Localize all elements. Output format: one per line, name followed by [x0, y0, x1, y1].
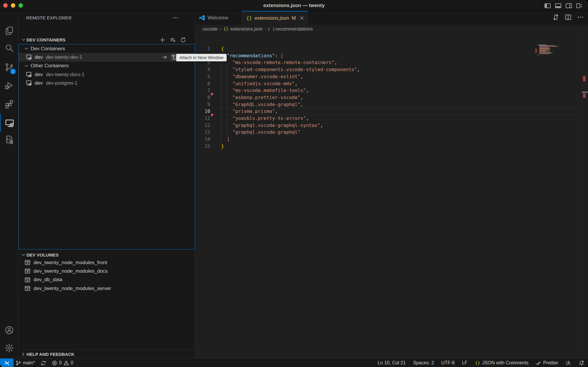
- code-line-12[interactable]: "graphql.vscode-graphql-syntax",: [221, 122, 323, 129]
- code-line-6[interactable]: "unifiedjs.vscode-mdx",: [221, 80, 298, 87]
- bell-icon: [579, 360, 584, 366]
- code-line-15[interactable]: }: [221, 143, 224, 150]
- volume-label: dev_db_data: [34, 277, 62, 283]
- tab-extensions-json[interactable]: {} extensions.json M: [242, 11, 308, 25]
- line-number[interactable]: 10: [195, 108, 210, 115]
- status-item-notifications[interactable]: [579, 360, 584, 366]
- code-line-14[interactable]: ]: [221, 136, 230, 143]
- code-line-3[interactable]: "ms-vscode-remote.remote-containers",: [221, 59, 337, 66]
- activity-bar-item-search[interactable]: [0, 39, 19, 57]
- line-number[interactable]: 8: [195, 94, 210, 101]
- panel-title-row: REMOTE EXPLORER: [19, 11, 195, 25]
- status-item-feedback[interactable]: [566, 360, 571, 366]
- line-number[interactable]: 7: [195, 87, 210, 94]
- activity-bar-item-remote-explorer[interactable]: [0, 114, 19, 132]
- panel-title: REMOTE EXPLORER: [26, 15, 72, 20]
- section-actions: [159, 37, 186, 43]
- tab-welcome[interactable]: Welcome: [195, 11, 242, 25]
- status-item-cursor-position[interactable]: Ln 10, Col 21: [378, 360, 406, 366]
- breadcrumb-item[interactable]: [ ] recommendations: [268, 26, 313, 32]
- git-deleted-marker[interactable]: [211, 113, 214, 117]
- code-line-11[interactable]: "yoavbls.pretty-ts-errors",: [221, 115, 309, 122]
- status-item-branch[interactable]: main*: [16, 360, 35, 366]
- status-item-sync[interactable]: [41, 360, 46, 366]
- line-number[interactable]: 14: [195, 136, 210, 143]
- status-bar-right: Ln 10, Col 21 Spaces: 2 UTF-8 LF {} JSON…: [378, 358, 584, 367]
- minimap[interactable]: [536, 33, 583, 68]
- git-deleted-marker[interactable]: [211, 92, 214, 96]
- section-dev-containers[interactable]: DEV CONTAINERS: [19, 36, 195, 44]
- vscode-window: extensions.json — twenty 1 REMOTE EXPLOR…: [0, 0, 588, 367]
- refresh-icon[interactable]: [180, 37, 186, 43]
- arrow-right-icon[interactable]: [161, 53, 168, 61]
- breadcrumb-item[interactable]: {} extensions.json: [223, 26, 263, 32]
- code-line-5[interactable]: "dbaeumer.vscode-eslint",: [221, 73, 303, 80]
- line-number[interactable]: 12: [195, 122, 210, 129]
- activity-bar-item-explorer[interactable]: [0, 21, 19, 40]
- line-number[interactable]: 15: [195, 143, 210, 150]
- tree-group-dev-containers[interactable]: Dev Containers: [19, 44, 195, 53]
- status-item-problems[interactable]: 00: [52, 360, 74, 366]
- overview-ruler[interactable]: [582, 33, 588, 358]
- activity-bar-item-accounts[interactable]: [0, 321, 19, 339]
- tab-label: Welcome: [208, 15, 228, 21]
- container-item-dev-postgres-1[interactable]: dev dev-postgres-1: [19, 79, 195, 87]
- line-number[interactable]: 6: [195, 80, 210, 87]
- close-tab-icon[interactable]: [299, 16, 304, 21]
- settings-icon: [5, 343, 14, 353]
- clear-all-icon[interactable]: [170, 37, 176, 43]
- activity-bar-item-run-debug[interactable]: [0, 76, 19, 94]
- split-editor-icon[interactable]: [565, 14, 572, 21]
- section-help-and-feedback[interactable]: HELP AND FEEDBACK: [19, 350, 195, 358]
- line-number[interactable]: 5: [195, 73, 210, 80]
- code-line-4[interactable]: "styled-components.vscode-styled-compone…: [221, 66, 360, 73]
- layout-sidebar-left-icon[interactable]: [544, 2, 551, 9]
- volume-item-dev_db_data[interactable]: dev_db_data: [19, 276, 195, 284]
- feedback-icon: [566, 360, 571, 366]
- volume-item-dev_twenty_node_modules_front[interactable]: dev_twenty_node_modules_front: [19, 258, 195, 267]
- container-description: dev-twenty-docs-1: [46, 72, 84, 77]
- code-line-10[interactable]: "prisma.prisma",: [221, 108, 278, 115]
- section-dev-volumes[interactable]: DEV VOLUMES: [19, 251, 195, 259]
- activity-bar-item-extensions[interactable]: [0, 95, 19, 113]
- volume-item-dev_twenty_node_modules_docs[interactable]: dev_twenty_node_modules_docs: [19, 267, 195, 275]
- volume-item-dev_twenty_node_modules_server[interactable]: dev_twenty_node_modules_server: [19, 284, 195, 293]
- code-editor[interactable]: 1{2 "recommendations": [3 "ms-vscode-rem…: [195, 33, 588, 358]
- code-line-13[interactable]: "graphql.vscode-graphql": [221, 129, 300, 136]
- more-actions-icon[interactable]: [172, 15, 178, 21]
- more-actions-icon[interactable]: [577, 14, 584, 21]
- remote-explorer-icon: [5, 118, 14, 128]
- badge: 1: [10, 68, 16, 74]
- line-number[interactable]: 4: [195, 66, 210, 73]
- status-item-encoding[interactable]: UTF-8: [441, 360, 455, 366]
- line-number[interactable]: 9: [195, 101, 210, 108]
- remote-indicator[interactable]: [0, 358, 14, 367]
- breadcrumb-item[interactable]: .vscode: [201, 26, 218, 32]
- plus-icon[interactable]: [159, 37, 166, 43]
- code-line-7[interactable]: "ms-vscode.makefile-tools",: [221, 87, 309, 94]
- code-line-1[interactable]: {: [221, 45, 224, 52]
- line-number[interactable]: 11: [195, 115, 210, 122]
- title-bar[interactable]: extensions.json — twenty: [0, 0, 588, 11]
- status-item-formatter[interactable]: Prettier: [536, 360, 558, 366]
- line-number[interactable]: 1: [195, 45, 210, 52]
- line-number[interactable]: 13: [195, 129, 210, 136]
- code-line-2[interactable]: "recommendations": [: [221, 52, 283, 59]
- layout-customize-icon[interactable]: [576, 2, 583, 9]
- activity-bar-item-containers[interactable]: [0, 130, 19, 149]
- compare-changes-icon[interactable]: [552, 14, 559, 21]
- container-item-dev-twenty-docs-1[interactable]: dev dev-twenty-docs-1: [19, 70, 195, 79]
- container-item-dev-twenty-dev-1[interactable]: dev dev-twenty-dev-1: [19, 53, 195, 61]
- code-line-9[interactable]: "GraphQL.vscode-graphql",: [221, 101, 303, 108]
- search-icon: [5, 43, 14, 53]
- status-item-eol[interactable]: LF: [462, 360, 467, 366]
- container-icon: [26, 54, 32, 60]
- activity-bar-item-settings[interactable]: [0, 339, 19, 357]
- code-line-8[interactable]: "esbenp.prettier-vscode",: [221, 94, 303, 101]
- activity-bar-item-source-control[interactable]: 1: [0, 58, 19, 76]
- tree-group-other-containers[interactable]: Other Containers: [19, 62, 195, 70]
- status-item-language-mode[interactable]: {} JSON with Comments: [475, 360, 528, 366]
- layout-sidebar-right-icon[interactable]: [565, 2, 572, 9]
- layout-panel-icon[interactable]: [554, 2, 562, 9]
- status-item-indentation[interactable]: Spaces: 2: [413, 360, 434, 366]
